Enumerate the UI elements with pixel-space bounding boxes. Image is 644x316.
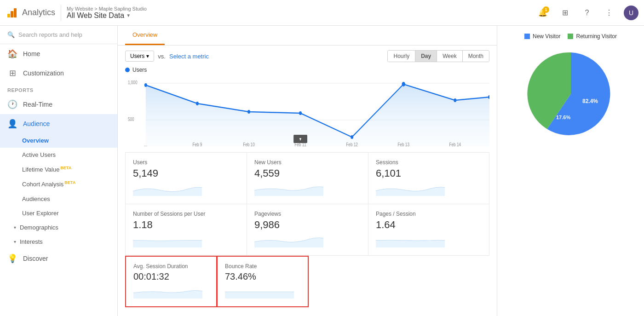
site-title[interactable]: All Web Site Data ▼: [67, 11, 147, 20]
metrics-grid: Users 5,149 New Users 4,559 Sessions 6: [118, 152, 497, 256]
customization-icon: ⊞: [7, 68, 17, 78]
sidebar-item-realtime[interactable]: 🕐 Real-Time: [0, 95, 117, 114]
chart-area: Users 1,000 500: [118, 67, 497, 152]
metric-label-sessions-per-user: Number of Sessions per User: [133, 211, 239, 217]
metric-value-new-users: 4,559: [254, 167, 361, 179]
sidebar-sub-overview[interactable]: Overview: [0, 133, 117, 148]
search-bar[interactable]: 🔍 Search reports and help: [0, 26, 117, 44]
main-layout: 🔍 Search reports and help 🏠 Home ⊞ Custo…: [0, 26, 644, 316]
sidebar-home-label: Home: [23, 50, 40, 57]
sidebar-demographics-label: Demographics: [20, 224, 58, 231]
svg-text:1,000: 1,000: [128, 80, 138, 85]
content-tabs: Overview: [118, 26, 497, 46]
analytics-logo-icon: [6, 6, 18, 19]
notification-button[interactable]: 🔔 1: [535, 6, 550, 20]
sidebar-interests-label: Interests: [20, 238, 43, 245]
sidebar-discover-label: Discover: [23, 255, 48, 262]
svg-text:82.4%: 82.4%: [582, 98, 598, 104]
sparkline-users: [133, 182, 202, 196]
sparkline-pages-per-session: [376, 234, 445, 247]
sidebar-sub-user-explorer[interactable]: User Explorer: [0, 206, 117, 220]
sidebar-item-discover[interactable]: 💡 Discover: [0, 249, 117, 268]
discover-icon: 💡: [7, 253, 17, 264]
metric-selector-label: Users: [130, 53, 144, 59]
svg-text:17.6%: 17.6%: [556, 115, 570, 120]
returning-visitor-label: Returning Visitor: [576, 33, 617, 40]
metric-value-sessions-per-user: 1.18: [133, 219, 239, 231]
nav-divider: [61, 5, 61, 21]
svg-text:Feb 9: Feb 9: [192, 142, 202, 147]
sidebar-sub-active-users[interactable]: Active Users: [0, 148, 117, 162]
sparkline-sessions-per-user: [133, 234, 202, 247]
metric-label-avg-session: Avg. Session Duration: [133, 263, 209, 270]
time-btn-month[interactable]: Month: [463, 51, 489, 62]
metric-label-sessions: Sessions: [376, 159, 482, 166]
lifetime-beta-badge: BETA: [60, 166, 71, 170]
svg-text:Feb 13: Feb 13: [397, 142, 409, 147]
interests-expand-icon: ▾: [14, 239, 16, 244]
sidebar-sub-lifetime-value[interactable]: Lifetime ValueBETA: [0, 162, 117, 177]
vs-text: vs.: [158, 53, 166, 60]
time-btn-hourly[interactable]: Hourly: [388, 51, 415, 62]
metric-card-new-users: New Users 4,559: [247, 152, 368, 204]
reports-label: REPORTS: [0, 83, 117, 95]
sparkline-avg-session: [133, 285, 202, 299]
svg-point-12: [402, 82, 405, 86]
svg-text:...: ...: [144, 142, 147, 147]
grid-button[interactable]: ⊞: [558, 6, 572, 20]
site-title-arrow: ▼: [126, 13, 131, 18]
logo: Analytics: [6, 6, 55, 19]
users-legend-dot: [125, 68, 130, 72]
sidebar-item-audience[interactable]: 👤 Audience: [0, 114, 117, 133]
svg-point-10: [299, 111, 302, 115]
select-metric-link[interactable]: Select a metric: [169, 53, 209, 60]
app-title: Analytics: [22, 8, 55, 17]
metric-value-pages-per-session: 1.64: [376, 219, 482, 231]
svg-rect-1: [11, 11, 13, 17]
new-visitor-label: New Visitor: [533, 33, 560, 40]
sidebar-item-interests[interactable]: ▾ Interests: [0, 235, 117, 249]
metric-value-bounce-rate: 73.46%: [225, 271, 300, 282]
metric-selector-button[interactable]: Users ▾: [125, 51, 154, 62]
cohort-beta-badge: BETA: [64, 180, 75, 185]
sparkline-new-users: [254, 182, 323, 196]
home-icon: 🏠: [7, 49, 17, 59]
svg-text:▼: ▼: [299, 137, 302, 142]
svg-text:Feb 12: Feb 12: [346, 142, 358, 147]
notification-badge: 1: [543, 6, 549, 13]
more-button[interactable]: ⋮: [602, 6, 616, 20]
svg-point-11: [351, 135, 353, 139]
search-placeholder: Search reports and help: [18, 31, 82, 38]
top-nav: Analytics My Website > Maple Sapling Stu…: [0, 0, 644, 26]
search-icon: 🔍: [7, 31, 15, 38]
returning-visitor-dot: [568, 34, 573, 39]
sidebar-item-customization[interactable]: ⊞ Customization: [0, 63, 117, 83]
metric-label-new-users: New Users: [254, 159, 361, 166]
sidebar: 🔍 Search reports and help 🏠 Home ⊞ Custo…: [0, 26, 118, 316]
metric-card-pageviews: Pageviews 9,986: [247, 204, 368, 256]
right-panel: New Visitor Returning Visitor 82.4% 1: [497, 26, 644, 316]
sidebar-sub-audiences[interactable]: Audiences: [0, 192, 117, 206]
sidebar-sub-cohort-analysis[interactable]: Cohort AnalysisBETA: [0, 177, 117, 191]
time-btn-week[interactable]: Week: [437, 51, 462, 62]
metric-value-sessions: 6,101: [376, 167, 482, 179]
svg-text:Feb 14: Feb 14: [449, 142, 461, 147]
help-button[interactable]: ?: [580, 6, 594, 20]
tab-overview[interactable]: Overview: [125, 26, 165, 45]
nav-icons: 🔔 1 ⊞ ? ⋮ U: [535, 6, 638, 20]
demographics-expand-icon: ▾: [14, 225, 16, 230]
breadcrumb-path: My Website > Maple Sapling Studio: [67, 6, 147, 11]
svg-point-8: [196, 102, 199, 105]
sparkline-sessions: [376, 182, 445, 196]
time-btn-day[interactable]: Day: [415, 51, 437, 62]
sidebar-item-home[interactable]: 🏠 Home: [0, 44, 117, 63]
svg-point-7: [144, 83, 147, 87]
sidebar-audience-label: Audience: [23, 120, 50, 127]
sidebar-item-demographics[interactable]: ▾ Demographics: [0, 220, 117, 235]
svg-rect-2: [14, 8, 17, 17]
chart-legend-label: Users: [132, 67, 147, 73]
user-avatar[interactable]: U: [624, 6, 638, 20]
pie-legend-new-visitor: New Visitor: [524, 33, 560, 40]
metric-value-avg-session: 00:01:32: [133, 271, 209, 282]
metric-value-users: 5,149: [133, 167, 239, 179]
